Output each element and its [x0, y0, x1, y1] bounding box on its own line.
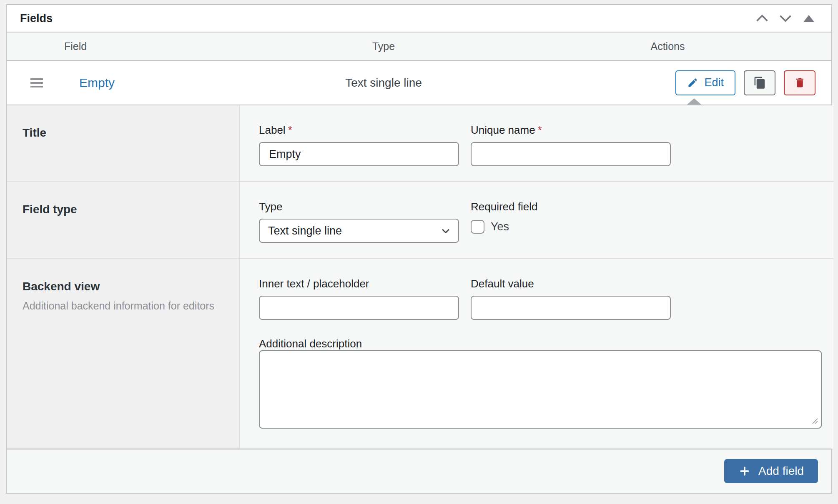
section-field-type-heading: Field type	[23, 203, 223, 216]
plus-icon	[738, 465, 751, 477]
label-input[interactable]	[259, 142, 459, 166]
section-title-fields: Label* Unique name*	[240, 105, 833, 182]
field-settings-panel: Title Label* Unique name* Field type Typ	[7, 105, 831, 449]
additional-description-label: Additional description	[259, 337, 362, 350]
inner-text-label: Inner text / placeholder	[259, 277, 459, 290]
move-up-button[interactable]	[752, 8, 772, 28]
required-checkbox-label[interactable]: Yes	[491, 220, 509, 233]
trash-icon	[794, 77, 806, 89]
pencil-icon	[687, 77, 698, 88]
metabox-footer: Add field	[7, 449, 831, 493]
default-value-label: Default value	[471, 277, 671, 290]
field-row: Empty Text single line Edit	[7, 61, 831, 105]
type-select[interactable]: Text single line	[259, 219, 459, 243]
panel-title: Fields	[20, 12, 53, 25]
inner-text-input[interactable]	[259, 296, 459, 320]
delete-button[interactable]	[784, 70, 815, 95]
field-row-left: Empty	[7, 76, 169, 90]
unique-name-input[interactable]	[471, 142, 671, 166]
column-header-field: Field	[7, 40, 169, 52]
resize-grip-icon[interactable]	[811, 417, 818, 424]
chevron-down-icon	[778, 10, 793, 26]
drag-handle-icon	[30, 78, 43, 87]
field-type-value: Text single line	[169, 76, 598, 90]
fields-metabox: Fields Field Type Actions Empty Text sin…	[6, 4, 832, 494]
unique-name-field-label: Unique name*	[471, 124, 671, 137]
metabox-controls	[752, 8, 819, 28]
section-title: Title	[7, 105, 240, 182]
collapse-toggle-button[interactable]	[799, 8, 819, 28]
required-checkbox[interactable]	[471, 220, 484, 234]
edit-button-label: Edit	[704, 76, 724, 89]
field-row-actions: Edit	[598, 70, 831, 95]
section-backend-heading: Backend view	[23, 280, 223, 293]
add-field-button[interactable]: Add field	[724, 459, 818, 483]
type-field-label: Type	[259, 200, 459, 213]
required-field-label: Required field	[471, 200, 537, 213]
column-header-type: Type	[169, 40, 598, 52]
default-value-input[interactable]	[471, 296, 671, 320]
required-marker: *	[538, 124, 542, 136]
move-down-button[interactable]	[775, 8, 795, 28]
label-field-label: Label*	[259, 124, 459, 137]
section-field-type: Field type	[7, 182, 240, 259]
edit-button[interactable]: Edit	[675, 70, 735, 95]
metabox-header: Fields	[7, 5, 831, 32]
field-name-link[interactable]: Empty	[79, 76, 115, 90]
column-header-actions: Actions	[598, 40, 831, 52]
required-marker: *	[288, 124, 292, 136]
duplicate-button[interactable]	[744, 70, 775, 95]
section-title-heading: Title	[23, 126, 223, 140]
section-backend-subheading: Additional backend information for edito…	[23, 300, 223, 312]
fields-table-header: Field Type Actions	[7, 32, 831, 61]
collapse-triangle-icon	[803, 15, 814, 22]
section-backend-view: Backend view Additional backend informat…	[7, 259, 240, 449]
section-backend-fields: Inner text / placeholder Default value A…	[240, 259, 833, 449]
panel-caret	[687, 98, 701, 105]
chevron-up-icon	[754, 10, 770, 26]
additional-description-textarea[interactable]	[259, 350, 822, 429]
drag-handle[interactable]	[30, 76, 43, 90]
add-field-button-label: Add field	[758, 464, 804, 478]
section-field-type-fields: Type Text single line Required field Yes	[240, 182, 833, 259]
duplicate-icon	[753, 76, 766, 89]
